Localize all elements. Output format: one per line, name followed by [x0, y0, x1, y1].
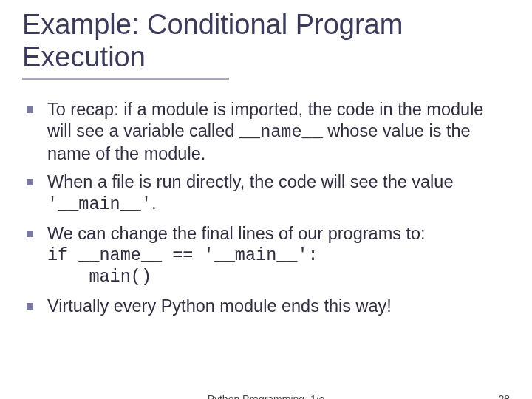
bullet-text: When a file is run directly, the code wi… [47, 172, 453, 191]
bullet-item: We can change the final lines of our pro… [47, 223, 510, 288]
bullet-text: Virtually every Python module ends this … [47, 296, 392, 316]
page-number: 28 [498, 393, 510, 399]
title-underline [22, 78, 229, 80]
bullet-text: We can change the final lines of our pro… [47, 224, 426, 243]
bullet-item: When a file is run directly, the code wi… [47, 171, 510, 215]
bullet-list: To recap: if a module is imported, the c… [22, 99, 510, 316]
bullet-item: To recap: if a module is imported, the c… [47, 99, 510, 164]
slide: Example: Conditional Program Execution T… [0, 0, 532, 399]
bullet-item: Virtually every Python module ends this … [47, 296, 510, 317]
slide-title: Example: Conditional Program Execution [22, 9, 510, 73]
footer-source: Python Programming, 1/e [0, 393, 532, 399]
inline-code: '__main__' [47, 194, 151, 214]
code-block: if __name__ == '__main__': main() [47, 245, 510, 287]
inline-code: __name__ [239, 122, 323, 142]
bullet-text: . [151, 194, 157, 213]
